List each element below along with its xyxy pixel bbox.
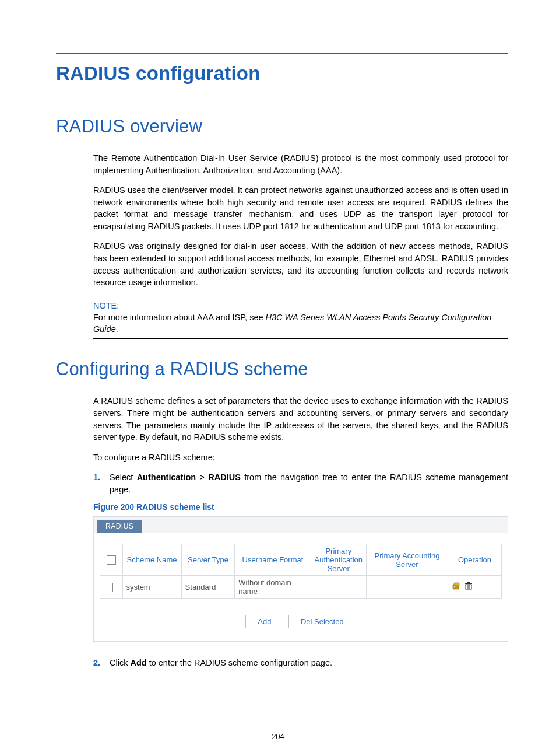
svg-rect-1 <box>454 583 459 586</box>
step-2-number: 2. <box>93 657 100 669</box>
table-row: system Standard Without domain name <box>100 576 502 598</box>
select-all-checkbox[interactable] <box>107 555 116 565</box>
note-label: NOTE: <box>93 301 508 310</box>
section-heading-config: Configuring a RADIUS scheme <box>56 359 508 380</box>
svg-rect-7 <box>467 582 470 583</box>
note-top-rule <box>93 297 508 298</box>
table-header-row: Scheme Name Server Type Username Format … <box>100 544 502 576</box>
config-p2: To configure a RADIUS scheme: <box>93 452 508 464</box>
step-1-text-c: > <box>196 473 208 482</box>
overview-body: The Remote Authentication Dial-In User S… <box>93 152 508 339</box>
step-1: 1. Select Authentication > RADIUS from t… <box>93 471 508 495</box>
step-2-text-a: Click <box>110 658 130 667</box>
config-p1: A RADIUS scheme defines a set of paramet… <box>93 395 508 443</box>
note-text-prefix: For more information about AAA and ISP, … <box>93 313 266 322</box>
screenshot-body: Scheme Name Server Type Username Format … <box>94 533 508 641</box>
radius-table: Scheme Name Server Type Username Format … <box>100 544 502 598</box>
cell-server-type: Standard <box>181 576 235 598</box>
header-primary-acct: Primary Accounting Server <box>367 544 448 576</box>
add-button[interactable]: Add <box>245 615 283 628</box>
top-rule <box>56 52 508 54</box>
steps-list-2: 2. Click Add to enter the RADIUS scheme … <box>93 657 508 669</box>
tab-radius[interactable]: RADIUS <box>97 520 142 533</box>
config-body: A RADIUS scheme defines a set of paramet… <box>93 395 508 669</box>
row-checkbox-cell <box>100 576 123 598</box>
step-1-text-b: Authentication <box>137 473 196 482</box>
cell-operation <box>448 576 502 598</box>
row-checkbox[interactable] <box>104 583 113 592</box>
document-title: RADIUS configuration <box>56 62 508 85</box>
cell-primary-auth <box>311 576 366 598</box>
note-box: NOTE: For more information about AAA and… <box>93 297 508 340</box>
note-text-suffix: . <box>116 324 118 334</box>
cell-username-format: Without domain name <box>235 576 311 598</box>
header-checkbox-cell <box>100 544 123 576</box>
header-server-type: Server Type <box>181 544 235 576</box>
page-number: 204 <box>0 732 556 741</box>
header-username-format: Username Format <box>235 544 311 576</box>
overview-p3: RADIUS was originally designed for dial-… <box>93 240 508 288</box>
header-primary-auth: Primary Authentication Server <box>311 544 366 576</box>
overview-p1: The Remote Authentication Dial-In User S… <box>93 152 508 176</box>
del-selected-button[interactable]: Del Selected <box>288 615 356 628</box>
edit-icon[interactable] <box>452 582 461 593</box>
note-bottom-rule <box>93 338 508 339</box>
button-row: Add Del Selected <box>100 615 502 628</box>
overview-p2: RADIUS uses the client/server model. It … <box>93 184 508 232</box>
steps-list: 1. Select Authentication > RADIUS from t… <box>93 471 508 495</box>
step-2-text-b: Add <box>130 658 146 667</box>
step-1-text-a: Select <box>110 473 137 482</box>
cell-primary-acct <box>367 576 448 598</box>
document-page: RADIUS configuration RADIUS overview The… <box>0 0 556 756</box>
step-2: 2. Click Add to enter the RADIUS scheme … <box>93 657 508 669</box>
trash-icon[interactable] <box>464 582 473 593</box>
step-1-number: 1. <box>93 471 100 484</box>
figure-caption: Figure 200 RADIUS scheme list <box>93 502 508 512</box>
tab-bar: RADIUS <box>94 517 508 533</box>
cell-scheme-name: system <box>122 576 181 598</box>
note-text: For more information about AAA and ISP, … <box>93 312 508 335</box>
header-scheme-name: Scheme Name <box>122 544 181 576</box>
section-heading-overview: RADIUS overview <box>56 116 508 137</box>
figure-screenshot: RADIUS Scheme Name Server Type Username … <box>93 516 508 642</box>
header-operation: Operation <box>448 544 502 576</box>
step-1-text-d: RADIUS <box>208 473 241 482</box>
step-2-text-c: to enter the RADIUS scheme configuration… <box>147 658 332 667</box>
